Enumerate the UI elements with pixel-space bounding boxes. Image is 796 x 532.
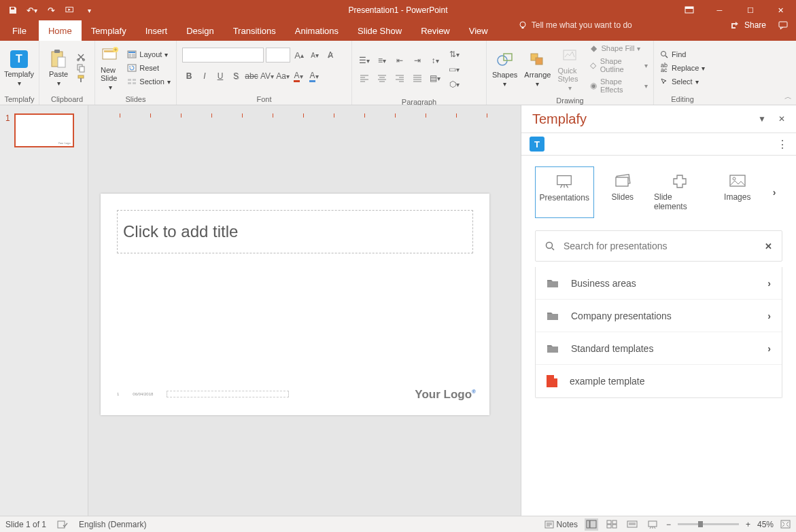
spell-check-icon[interactable] <box>57 520 68 529</box>
text-direction-icon[interactable]: ⇅▾ <box>447 48 461 61</box>
shrink-font-icon[interactable]: A▾ <box>308 48 322 62</box>
zoom-slider[interactable] <box>678 523 739 525</box>
tab-design[interactable]: Design <box>177 20 223 41</box>
file-example-template[interactable]: example template <box>536 365 782 397</box>
align-right-icon[interactable] <box>393 71 406 85</box>
bold-icon[interactable]: B <box>182 69 196 83</box>
numbering-icon[interactable]: ≡▾ <box>375 54 389 67</box>
decrease-indent-icon[interactable]: ⇤ <box>393 54 406 67</box>
tab-review[interactable]: Review <box>411 20 460 41</box>
tab-slideshow[interactable]: Slide Show <box>348 20 411 41</box>
italic-icon[interactable]: I <box>198 69 211 83</box>
font-color-icon[interactable]: A▾ <box>292 69 305 83</box>
char-spacing-icon[interactable]: AV▾ <box>260 69 274 83</box>
select-button[interactable]: Select ▾ <box>657 75 708 88</box>
cat-images[interactable]: Images <box>709 166 767 218</box>
footer-text-box[interactable] <box>167 391 289 397</box>
close-icon[interactable]: ✕ <box>765 0 796 20</box>
shapes-button[interactable]: Shapes ▾ <box>489 49 520 89</box>
pane-menu-icon[interactable]: ⋮ <box>777 138 788 151</box>
language-label[interactable]: English (Denmark) <box>79 520 146 529</box>
share-button[interactable]: Share <box>744 20 766 30</box>
align-left-icon[interactable] <box>358 71 371 85</box>
change-case-icon[interactable]: Aa▾ <box>276 69 290 83</box>
grow-font-icon[interactable]: A▴ <box>292 48 306 62</box>
tab-templafy[interactable]: Templafy <box>82 20 136 41</box>
collapse-ribbon-icon[interactable]: ︿ <box>784 92 792 102</box>
zoom-in-icon[interactable]: + <box>746 520 750 529</box>
search-input[interactable] <box>564 241 765 251</box>
underline-icon[interactable]: U <box>213 69 227 83</box>
reading-view-icon[interactable] <box>625 518 639 531</box>
cat-slide-elements-label: Slide elements <box>654 192 706 211</box>
search-clear-icon[interactable]: ✕ <box>765 241 772 251</box>
clear-formatting-icon[interactable]: A̷ <box>324 48 337 62</box>
cat-next-icon[interactable]: › <box>766 166 782 218</box>
columns-icon[interactable]: ▤▾ <box>428 71 442 85</box>
replace-button[interactable]: abac Replace ▾ <box>657 62 708 74</box>
strikethrough-icon[interactable]: abc <box>245 69 258 83</box>
tab-transitions[interactable]: Transitions <box>224 20 285 41</box>
tell-me[interactable]: Tell me what you want to do <box>518 20 632 30</box>
zoom-out-icon[interactable]: − <box>666 520 671 529</box>
title-placeholder[interactable]: Click to add title <box>117 210 473 253</box>
tab-home[interactable]: Home <box>39 20 82 41</box>
folder-label: Business areas <box>571 278 636 289</box>
sorter-view-icon[interactable] <box>605 518 619 531</box>
fit-to-window-icon[interactable] <box>780 520 791 529</box>
justify-icon[interactable] <box>411 71 424 85</box>
paste-button[interactable]: Paste ▾ <box>42 48 75 88</box>
bullets-icon[interactable]: ☰▾ <box>358 54 371 67</box>
align-text-icon[interactable]: ▭▾ <box>447 63 461 76</box>
align-center-icon[interactable] <box>375 71 389 85</box>
minimize-icon[interactable]: ─ <box>704 0 735 20</box>
cat-slide-elements[interactable]: Slide elements <box>651 166 709 218</box>
cat-presentations[interactable]: Presentations <box>535 166 594 218</box>
pane-options-icon[interactable]: ▼ <box>758 114 766 124</box>
thumbnail-item[interactable]: 1 Your Logo <box>5 113 82 147</box>
font-size-input[interactable] <box>266 48 290 63</box>
ribbon-display-options-icon[interactable] <box>674 0 704 20</box>
section-button[interactable]: Section ▾ <box>124 75 173 88</box>
save-icon[interactable] <box>8 5 18 15</box>
slideshow-view-icon[interactable] <box>646 518 659 531</box>
slide-counter[interactable]: Slide 1 of 1 <box>5 520 46 529</box>
folder-standard-templates[interactable]: Standard templates › <box>536 332 782 365</box>
format-painter-icon[interactable] <box>76 74 86 84</box>
zoom-level[interactable]: 45% <box>757 520 774 529</box>
zoom-thumb[interactable] <box>698 521 703 527</box>
tab-insert[interactable]: Insert <box>136 20 177 41</box>
folder-business-areas[interactable]: Business areas › <box>536 267 782 300</box>
cut-icon[interactable] <box>76 52 86 62</box>
thumbnail-preview[interactable]: Your Logo <box>14 113 74 147</box>
cat-slides[interactable]: Slides <box>594 166 652 218</box>
reset-button[interactable]: Reset <box>124 62 173 74</box>
shadow-icon[interactable]: S <box>229 69 243 83</box>
layout-button[interactable]: Layout ▾ <box>124 48 173 60</box>
line-spacing-icon[interactable]: ↕▾ <box>428 54 442 67</box>
arrange-button[interactable]: Arrange ▾ <box>521 49 553 89</box>
pane-close-icon[interactable]: ✕ <box>778 114 785 124</box>
slide[interactable]: Click to add title 1 06/04/2018 Your Log… <box>101 194 489 415</box>
folder-company-presentations[interactable]: Company presentations › <box>536 300 782 332</box>
smartart-icon[interactable]: ⬡▾ <box>447 77 461 91</box>
slide-canvas[interactable]: Click to add title 1 06/04/2018 Your Log… <box>88 105 521 516</box>
new-slide-button[interactable]: New Slide ▾ <box>98 44 123 92</box>
highlight-icon[interactable]: A▾ <box>307 69 321 83</box>
start-from-beginning-icon[interactable] <box>65 5 75 15</box>
redo-icon[interactable]: ↷ <box>46 5 56 15</box>
tab-view[interactable]: View <box>460 20 498 41</box>
templafy-button[interactable]: T Templafy ▾ <box>3 48 35 88</box>
normal-view-icon[interactable] <box>585 518 598 531</box>
notes-button[interactable]: Notes <box>544 520 578 529</box>
font-name-input[interactable] <box>182 48 264 63</box>
tab-animations[interactable]: Animations <box>285 20 348 41</box>
increase-indent-icon[interactable]: ⇥ <box>411 54 424 67</box>
find-button[interactable]: Find <box>657 48 708 60</box>
comments-icon[interactable] <box>778 20 788 30</box>
qat-customize-icon[interactable]: ▾ <box>84 5 94 15</box>
maximize-icon[interactable]: ☐ <box>735 0 765 20</box>
tab-file[interactable]: File <box>0 20 39 41</box>
copy-icon[interactable] <box>76 63 86 73</box>
undo-icon[interactable]: ↶ ▾ <box>27 5 37 15</box>
